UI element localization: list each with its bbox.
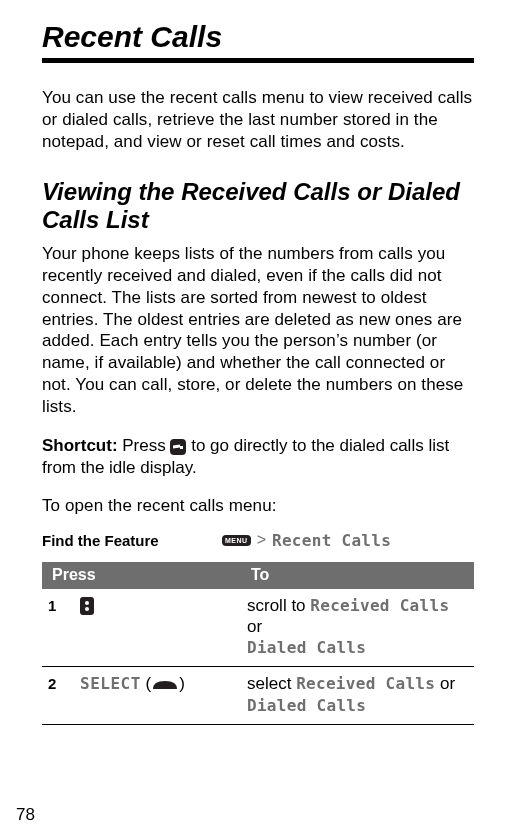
intro-text: You can use the recent calls menu to vie… <box>42 87 474 152</box>
softkey-icon <box>151 679 179 691</box>
rule-divider <box>42 58 474 63</box>
send-key-icon <box>170 439 186 455</box>
find-feature-row: Find the Feature MENU > Recent Calls <box>42 531 474 550</box>
table-row: 2 SELECT () select Received Calls or Dia… <box>42 667 474 725</box>
action-cell: scroll to Received Calls or Dialed Calls <box>241 589 474 667</box>
page-number: 78 <box>16 805 35 825</box>
find-feature-label: Find the Feature <box>42 532 222 549</box>
to-mid: or <box>435 674 455 693</box>
step-number: 1 <box>42 589 74 667</box>
paren: ) <box>179 674 185 693</box>
scroll-key-icon <box>80 597 94 615</box>
section-body: Your phone keeps lists of the numbers fr… <box>42 243 474 417</box>
action-cell: select Received Calls or Dialed Calls <box>241 667 474 725</box>
th-press: Press <box>42 562 241 589</box>
press-cell: SELECT () <box>74 667 241 725</box>
to-before: scroll to <box>247 596 310 615</box>
table-row: 1 scroll to Received Calls or Dialed Cal… <box>42 589 474 667</box>
to-mid: or <box>247 617 262 636</box>
to-before: select <box>247 674 296 693</box>
th-to: To <box>241 562 474 589</box>
to-mono-1: Received Calls <box>296 674 435 693</box>
softkey-label: SELECT <box>80 674 141 693</box>
steps-table: Press To 1 scroll to Received Calls or D… <box>42 562 474 725</box>
to-mono-2: Dialed Calls <box>247 638 366 657</box>
step-number: 2 <box>42 667 74 725</box>
menu-item-label: Recent Calls <box>272 531 391 550</box>
to-mono-2: Dialed Calls <box>247 696 366 715</box>
press-cell <box>74 589 241 667</box>
breadcrumb-gt: > <box>257 531 266 549</box>
open-prompt: To open the recent calls menu: <box>42 495 474 517</box>
menu-key-icon: MENU <box>222 535 251 546</box>
to-mono-1: Received Calls <box>310 596 449 615</box>
section-title: Viewing the Received Calls or Dialed Cal… <box>42 178 474 233</box>
shortcut-label: Shortcut: <box>42 436 118 455</box>
chapter-title: Recent Calls <box>42 20 474 54</box>
menu-path: MENU > Recent Calls <box>222 531 391 550</box>
shortcut-text-before: Press <box>122 436 170 455</box>
shortcut-line: Shortcut: Press to go directly to the di… <box>42 435 474 479</box>
